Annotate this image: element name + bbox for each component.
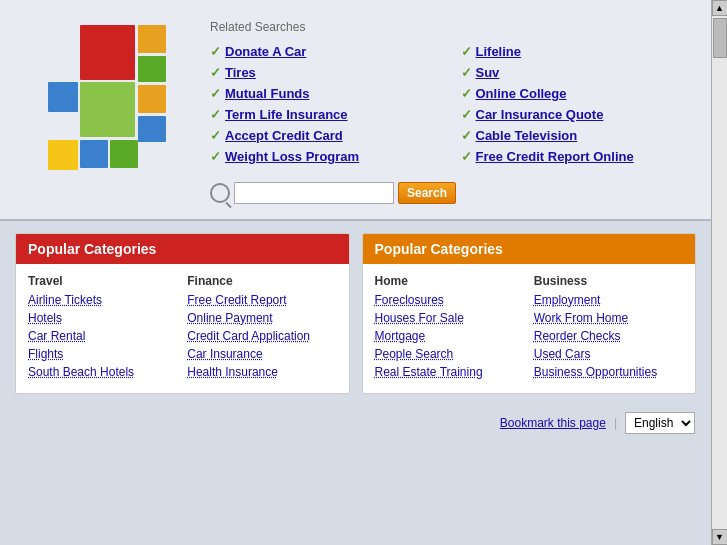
related-link-item: ✓Tires [210, 65, 441, 80]
bookmark-link[interactable]: Bookmark this page [500, 416, 606, 430]
category-link[interactable]: Houses For Sale [375, 311, 524, 325]
logo-tile [138, 85, 166, 113]
related-link[interactable]: Car Insurance Quote [476, 107, 604, 122]
related-link-item: ✓Car Insurance Quote [461, 107, 692, 122]
check-icon: ✓ [210, 86, 221, 101]
related-title: Related Searches [210, 20, 691, 34]
home-column: Home ForeclosuresHouses For SaleMortgage… [375, 274, 524, 383]
category-link[interactable]: Free Credit Report [187, 293, 336, 307]
related-link[interactable]: Suv [476, 65, 500, 80]
right-category-content: Home ForeclosuresHouses For SaleMortgage… [363, 264, 696, 393]
home-links: ForeclosuresHouses For SaleMortgagePeopl… [375, 293, 524, 383]
travel-title: Travel [28, 274, 177, 288]
search-button[interactable]: Search [398, 182, 456, 204]
scroll-down-arrow[interactable]: ▼ [712, 529, 728, 545]
logo-tile [138, 116, 166, 142]
right-section: Related Searches ✓Donate A Car✓Lifeline✓… [210, 20, 691, 204]
category-link[interactable]: People Search [375, 347, 524, 361]
logo-tile [48, 82, 78, 112]
travel-links: Airline TicketsHotelsCar RentalFlightsSo… [28, 293, 177, 383]
related-link[interactable]: Free Credit Report Online [476, 149, 634, 164]
logo-tile [80, 140, 108, 168]
business-title: Business [534, 274, 683, 288]
category-link[interactable]: Business Opportunities [534, 365, 683, 379]
category-link[interactable]: Health Insurance [187, 365, 336, 379]
search-input[interactable] [234, 182, 394, 204]
search-bar: Search [210, 182, 691, 204]
top-section: Related Searches ✓Donate A Car✓Lifeline✓… [0, 0, 711, 219]
related-link[interactable]: Donate A Car [225, 44, 306, 59]
category-link[interactable]: Employment [534, 293, 683, 307]
category-link[interactable]: Hotels [28, 311, 177, 325]
related-link[interactable]: Accept Credit Card [225, 128, 343, 143]
check-icon: ✓ [210, 44, 221, 59]
related-link[interactable]: Mutual Funds [225, 86, 310, 101]
category-link[interactable]: Used Cars [534, 347, 683, 361]
related-link-item: ✓Cable Television [461, 128, 692, 143]
business-column: Business EmploymentWork From HomeReorder… [534, 274, 683, 383]
check-icon: ✓ [461, 149, 472, 164]
check-icon: ✓ [210, 149, 221, 164]
footer-sep: | [614, 416, 617, 430]
scrollbar[interactable]: ▲ ▼ [711, 0, 727, 545]
category-link[interactable]: Airline Tickets [28, 293, 177, 307]
category-link[interactable]: Car Rental [28, 329, 177, 343]
logo-tile [110, 140, 138, 168]
logo-tile [138, 25, 166, 53]
language-select[interactable]: English [625, 412, 695, 434]
left-category-content: Travel Airline TicketsHotelsCar RentalFl… [16, 264, 349, 393]
related-link-item: ✓Lifeline [461, 44, 692, 59]
category-link[interactable]: Flights [28, 347, 177, 361]
check-icon: ✓ [461, 86, 472, 101]
related-link[interactable]: Cable Television [476, 128, 578, 143]
check-icon: ✓ [210, 65, 221, 80]
category-link[interactable]: Foreclosures [375, 293, 524, 307]
related-link-item: ✓Donate A Car [210, 44, 441, 59]
check-icon: ✓ [461, 65, 472, 80]
check-icon: ✓ [210, 107, 221, 122]
left-category-header: Popular Categories [16, 234, 349, 264]
category-link[interactable]: Work From Home [534, 311, 683, 325]
categories-section: Popular Categories Travel Airline Ticket… [0, 221, 711, 406]
category-link[interactable]: Real Estate Training [375, 365, 524, 379]
related-link-item: ✓Suv [461, 65, 692, 80]
check-icon: ✓ [461, 128, 472, 143]
home-title: Home [375, 274, 524, 288]
logo-tile [48, 140, 78, 170]
category-link[interactable]: South Beach Hotels [28, 365, 177, 379]
right-category-box: Popular Categories Home ForeclosuresHous… [362, 233, 697, 394]
category-link[interactable]: Mortgage [375, 329, 524, 343]
travel-column: Travel Airline TicketsHotelsCar RentalFl… [28, 274, 177, 383]
logo-tile [80, 25, 135, 80]
related-link[interactable]: Tires [225, 65, 256, 80]
related-link-item: ✓Accept Credit Card [210, 128, 441, 143]
finance-column: Finance Free Credit ReportOnline Payment… [187, 274, 336, 383]
related-link-item: ✓Term Life Insurance [210, 107, 441, 122]
category-link[interactable]: Car Insurance [187, 347, 336, 361]
right-category-header: Popular Categories [363, 234, 696, 264]
business-links: EmploymentWork From HomeReorder ChecksUs… [534, 293, 683, 383]
related-link-item: ✓Weight Loss Program [210, 149, 441, 164]
check-icon: ✓ [210, 128, 221, 143]
left-category-box: Popular Categories Travel Airline Ticket… [15, 233, 350, 394]
related-link[interactable]: Term Life Insurance [225, 107, 348, 122]
check-icon: ✓ [461, 44, 472, 59]
related-link-item: ✓Mutual Funds [210, 86, 441, 101]
check-icon: ✓ [461, 107, 472, 122]
scroll-thumb[interactable] [713, 18, 727, 58]
logo-tile [138, 56, 166, 82]
finance-links: Free Credit ReportOnline PaymentCredit C… [187, 293, 336, 383]
scroll-up-arrow[interactable]: ▲ [712, 0, 728, 16]
logo-mosaic [20, 20, 180, 195]
links-grid: ✓Donate A Car✓Lifeline✓Tires✓Suv✓Mutual … [210, 44, 691, 164]
footer: Bookmark this page | English [0, 406, 711, 440]
finance-title: Finance [187, 274, 336, 288]
related-link-item: ✓Free Credit Report Online [461, 149, 692, 164]
search-icon [210, 183, 230, 203]
category-link[interactable]: Reorder Checks [534, 329, 683, 343]
related-link[interactable]: Online College [476, 86, 567, 101]
related-link[interactable]: Weight Loss Program [225, 149, 359, 164]
category-link[interactable]: Credit Card Application [187, 329, 336, 343]
related-link[interactable]: Lifeline [476, 44, 522, 59]
category-link[interactable]: Online Payment [187, 311, 336, 325]
